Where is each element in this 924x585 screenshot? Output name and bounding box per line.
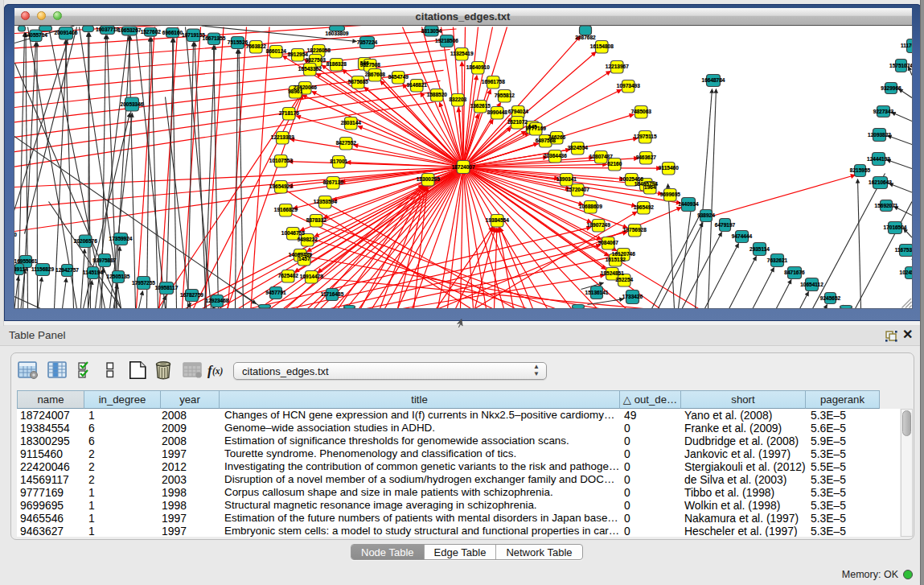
svg-text:12975115: 12975115 (634, 134, 657, 139)
svg-text:7632621: 7632621 (766, 257, 787, 262)
svg-text:1362615: 1362615 (470, 103, 491, 109)
svg-text:12213967: 12213967 (605, 64, 628, 69)
svg-text:8186328: 8186328 (326, 61, 347, 67)
svg-text:9245652: 9245652 (819, 295, 840, 300)
svg-text:252254: 252254 (615, 277, 633, 282)
svg-text:16955061: 16955061 (14, 258, 38, 264)
svg-text:5875685: 5875685 (347, 79, 368, 84)
svg-text:19654923: 19654923 (269, 183, 292, 189)
svg-text:8660124: 8660124 (265, 48, 286, 54)
svg-text:15720407: 15720407 (565, 187, 589, 192)
svg-text:9699695: 9699695 (659, 192, 680, 197)
svg-text:11170732: 11170732 (900, 43, 911, 48)
svg-text:20053346: 20053346 (120, 101, 143, 106)
svg-text:2087682: 2087682 (575, 35, 596, 40)
svg-text:7485063: 7485063 (630, 109, 651, 114)
svg-text:10046755: 10046755 (281, 230, 304, 236)
svg-text:93975887: 93975887 (92, 257, 116, 262)
svg-text:12353594: 12353594 (313, 199, 336, 204)
svg-text:746266: 746266 (548, 134, 565, 140)
svg-text:19384554: 19384554 (485, 217, 508, 223)
svg-text:2803144: 2803144 (340, 120, 361, 126)
svg-text:18300295: 18300295 (416, 176, 439, 182)
svg-text:10653267: 10653267 (117, 27, 141, 33)
svg-text:9084067: 9084067 (598, 240, 618, 245)
svg-text:12923468: 12923468 (205, 298, 228, 303)
svg-text:9474444: 9474444 (731, 233, 752, 239)
svg-text:19756928: 19756928 (622, 227, 646, 233)
svg-text:1457: 1457 (298, 256, 310, 262)
svg-text:16782759: 16782759 (180, 292, 203, 298)
svg-text:8912954: 8912954 (287, 51, 308, 57)
svg-text:14055714: 14055714 (24, 32, 47, 38)
svg-text:17016504: 17016504 (883, 225, 906, 230)
svg-text:12942757: 12942757 (55, 267, 79, 273)
svg-text:2935114: 2935114 (749, 245, 770, 251)
svg-text:20364436: 20364436 (543, 153, 566, 159)
svg-text:10688609: 10688609 (578, 204, 602, 209)
svg-text:1145194: 1145194 (83, 270, 103, 275)
svg-text:17359924: 17359924 (109, 236, 132, 241)
svg-text:939114: 939114 (14, 266, 28, 271)
svg-text:20091406: 20091406 (54, 30, 77, 35)
svg-text:16671355: 16671355 (202, 35, 225, 41)
svg-text:1615132: 1615132 (605, 257, 626, 262)
svg-text:11156829: 11156829 (31, 266, 54, 272)
svg-text:9457791: 9457791 (265, 290, 286, 295)
svg-text:1588520: 1588520 (426, 92, 447, 97)
svg-text:8267130: 8267130 (322, 179, 343, 185)
svg-text:7955812: 7955812 (494, 93, 515, 98)
svg-text:15751074: 15751074 (889, 62, 912, 68)
svg-text:18524851: 18524851 (600, 270, 623, 276)
svg-text:8454749: 8454749 (388, 74, 409, 80)
svg-text:11325419: 11325419 (450, 51, 474, 56)
svg-text:7625402: 7625402 (277, 273, 298, 278)
svg-text:10037718: 10037718 (96, 27, 119, 32)
svg-text:9227343: 9227343 (873, 108, 893, 113)
svg-text:11675339: 11675339 (894, 247, 911, 253)
svg-text:15692071: 15692071 (874, 202, 897, 208)
svg-text:26266520: 26266520 (14, 232, 17, 237)
svg-text:9327508: 9327508 (359, 62, 380, 68)
svg-text:8813054: 8813054 (421, 27, 441, 33)
svg-text:6794024: 6794024 (507, 109, 528, 114)
svg-text:16961758: 16961758 (481, 79, 504, 84)
svg-text:8215955: 8215955 (849, 167, 870, 173)
svg-text:832203: 832203 (449, 97, 466, 102)
svg-text:1965492: 1965492 (633, 204, 654, 210)
svg-text:98961: 98961 (288, 89, 302, 94)
svg-text:1964: 1964 (644, 184, 656, 190)
svg-text:7663822: 7663822 (245, 43, 266, 49)
svg-text:1733426: 1733426 (622, 294, 643, 299)
svg-text:1527602: 1527602 (140, 28, 161, 34)
svg-text:62160: 62160 (607, 161, 622, 167)
svg-text:8878332: 8878332 (306, 217, 326, 223)
svg-text:9115460: 9115460 (658, 165, 678, 171)
svg-text:12444193: 12444193 (867, 155, 890, 161)
svg-text:1390341: 1390341 (556, 176, 577, 182)
svg-text:16120746: 16120746 (611, 251, 634, 257)
svg-text:19166829: 19166829 (273, 207, 297, 212)
svg-text:11716485: 11716485 (320, 291, 343, 297)
svg-text:9146821: 9146821 (406, 82, 427, 88)
svg-text:6479197: 6479197 (714, 221, 735, 227)
svg-text:9777169: 9777169 (525, 126, 546, 131)
svg-text:8471676: 8471676 (784, 270, 805, 275)
svg-text:8990448: 8990448 (487, 109, 507, 115)
svg-text:1621072: 1621072 (507, 119, 528, 125)
svg-text:16914479: 16914479 (299, 274, 322, 279)
svg-text:16154808: 16154808 (589, 43, 613, 49)
svg-text:16033809: 16033809 (325, 31, 348, 36)
svg-text:12213383: 12213383 (270, 134, 294, 140)
svg-text:15136141: 15136141 (585, 289, 608, 295)
svg-text:9327503: 9327503 (305, 57, 326, 63)
svg-text:9498222: 9498222 (297, 237, 318, 242)
svg-text:9329966: 9329966 (881, 84, 901, 90)
svg-text:2867608: 2867608 (364, 72, 385, 77)
svg-text:18640910: 18640910 (466, 64, 489, 70)
svg-text:6966160: 6966160 (162, 29, 183, 35)
svg-text:20206576: 20206576 (73, 237, 97, 243)
svg-text:(x): (x) (212, 366, 224, 377)
svg-text:10107553: 10107553 (269, 158, 292, 163)
svg-text:12093822: 12093822 (868, 131, 891, 137)
